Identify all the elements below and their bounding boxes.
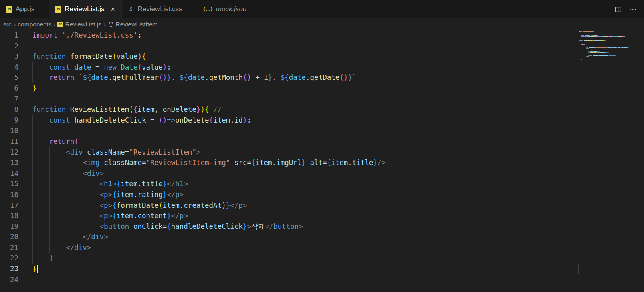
code-content[interactable]: return `${date.getFullYear()}. ${date.ge… [25,72,579,83]
line-number[interactable]: 11 [0,136,18,147]
code-line-3[interactable]: 3function formatDate(value){ [0,51,644,62]
code-line-5[interactable]: 5return `${date.getFullYear()}. ${date.g… [0,72,644,83]
line-number[interactable]: 21 [0,242,18,253]
code-line-18[interactable]: 18<p>{item.content}</p> [0,211,644,221]
code-line-2[interactable]: 2 [0,41,644,52]
code-content[interactable]: import './ReviewList.css'; [25,30,579,41]
code-line-4[interactable]: 4const date = new Date(value); [0,62,644,73]
token: item [137,105,154,113]
code-content[interactable]: return( [25,136,579,147]
indent-guide [49,168,66,179]
code-content[interactable]: function ReviewListItem({item, onDelete}… [25,104,579,115]
code-content[interactable]: <p>{formatDate(item.createdAt)}</p> [25,200,579,211]
line-number[interactable]: 6 [0,83,18,94]
line-number[interactable]: 15 [0,179,18,189]
line-number[interactable]: 2 [0,41,18,52]
code-line-14[interactable]: 14<div> [0,168,644,179]
code-line-12[interactable]: 12<div className="ReviewListItem"> [0,147,644,158]
line-number[interactable]: 16 [0,189,18,200]
tab-mock-json[interactable]: {..}mock.json [197,0,261,18]
tab-reviewlist-js[interactable]: JSReviewList.js× [49,0,122,18]
line-number[interactable]: 20 [0,232,18,242]
code-content[interactable]: } [25,83,579,94]
code-content[interactable]: <p>{item.content}</p> [25,211,579,221]
line-number[interactable]: 4 [0,62,18,73]
code-content[interactable]: ) [25,253,579,264]
token: </ [83,233,91,241]
code-line-7[interactable]: 7 [0,94,644,105]
code-line-11[interactable]: 11return( [0,136,644,147]
more-actions-button[interactable]: ⋯ [627,3,639,15]
code-line-13[interactable]: 13<img className="ReviewListItem-img" sr… [0,157,644,168]
line-number[interactable]: 24 [0,274,18,285]
code-line-22[interactable]: 22) [0,253,644,264]
line-number[interactable]: 17 [0,200,18,211]
code-content[interactable] [25,274,579,285]
code-content[interactable]: </div> [25,232,579,242]
code-line-6[interactable]: 6} [0,83,644,94]
line-number[interactable]: 23 [0,264,18,274]
split-editor-button[interactable] [612,3,624,15]
indent-guide [32,179,49,189]
line-number[interactable]: 9 [0,115,18,126]
indent-guide [49,200,66,211]
code-line-1[interactable]: 1import './ReviewList.css'; [0,30,644,41]
code-line-21[interactable]: 21</div> [0,242,644,253]
code-line-9[interactable]: 9const handleDeleteClick = ()=>onDelete(… [0,115,644,126]
code-content[interactable]: function formatDate(value){ [25,51,579,62]
minimap[interactable] [579,31,638,63]
code-line-17[interactable]: 17<p>{formatDate(item.createdAt)}</p> [0,200,644,211]
line-number[interactable]: 22 [0,253,18,264]
breadcrumb: src›components›JSReviewList.js›ReviewLis… [0,18,644,30]
line-number[interactable]: 5 [0,72,18,83]
token: { [205,105,209,113]
code-content[interactable]: <p>{item.rating}</p> [25,189,579,200]
tab-app-js[interactable]: JSApp.js [0,0,49,18]
breadcrumb-item-src[interactable]: src [3,21,12,28]
code-line-16[interactable]: 16<p>{item.rating}</p> [0,189,644,200]
code-content[interactable]: <div> [25,168,579,179]
breadcrumb-item-reviewlistitem[interactable]: ReviewListItem [108,21,158,28]
code-content[interactable]: <img className="ReviewListItem-img" src=… [25,157,579,168]
line-number[interactable]: 18 [0,211,18,221]
code-line-15[interactable]: 15<h1>{item.title}</h1> [0,179,644,189]
code-line-20[interactable]: 20</div> [0,232,644,242]
token: "ReviewListItem-img" [146,159,230,167]
code-line-19[interactable]: 19<button onClick={handleDeleteClick}>삭제… [0,221,644,232]
line-number[interactable]: 1 [0,30,18,41]
close-tab-icon[interactable]: × [108,4,117,14]
code-content[interactable] [25,125,579,136]
breadcrumb-label: components [18,21,51,28]
token: < [66,148,70,156]
code-content[interactable]: const date = new Date(value); [25,62,579,73]
line-number[interactable]: 3 [0,51,18,62]
code-line-24[interactable]: 24 [0,274,644,285]
line-number[interactable]: 8 [0,104,18,115]
code-content[interactable]: </div> [25,242,579,253]
code-line-23[interactable]: 23} [0,264,644,274]
tab-reviewlist-css[interactable]: ReviewList.css [122,0,197,18]
code-content[interactable]: <div className="ReviewListItem"> [25,147,579,158]
line-number[interactable]: 10 [0,125,18,136]
breadcrumb-item-reviewlist-js[interactable]: JSReviewList.js [57,21,101,28]
line-number[interactable]: 7 [0,94,18,105]
line-number[interactable]: 14 [0,168,18,179]
code-content[interactable]: <h1>{item.title}</h1> [25,179,579,189]
code-area[interactable]: 1import './ReviewList.css';23function fo… [0,30,644,285]
code-line-10[interactable]: 10 [0,125,644,136]
line-number[interactable]: 19 [0,221,18,232]
code-content[interactable]: <button onClick={handleDeleteClick}>삭제</… [25,221,579,232]
breadcrumb-item-components[interactable]: components [18,21,51,28]
code-line-8[interactable]: 8function ReviewListItem({item, onDelete… [0,104,644,115]
scrollbar[interactable] [638,30,644,292]
code-content[interactable] [25,41,579,52]
token: { [117,180,121,188]
line-number[interactable]: 13 [0,157,18,168]
editor[interactable]: 1import './ReviewList.css';23function fo… [0,30,644,292]
code-content[interactable] [25,94,579,105]
code-content[interactable]: const handleDeleteClick = ()=>onDelete(i… [25,115,579,126]
code-content[interactable]: } [25,264,579,274]
token: > [108,191,113,199]
line-number[interactable]: 12 [0,147,18,158]
indent-guide [66,211,83,221]
